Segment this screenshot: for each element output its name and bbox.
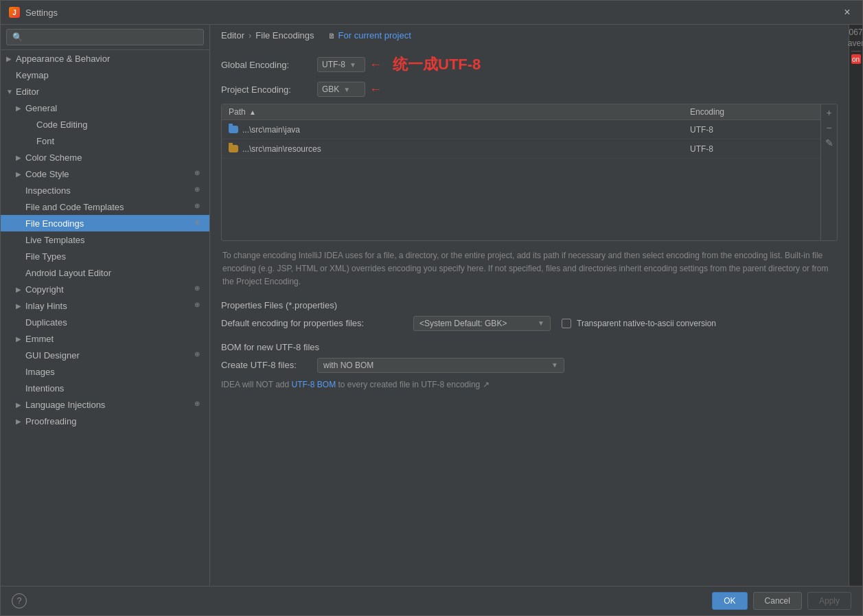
sidebar-item-general[interactable]: ▶ General [1, 100, 209, 116]
sidebar-item-label: GUI Designer [25, 350, 192, 361]
td-encoding: UTF-8 [683, 122, 820, 137]
bom-value: with NO BOM [323, 361, 373, 370]
global-encoding-value: UTF-8 [322, 60, 345, 69]
project-encoding-row: Project Encoding: GBK ▼ ← [221, 82, 838, 97]
arrow-icon: ▶ [16, 401, 24, 409]
sidebar-item-images[interactable]: Images [1, 363, 209, 380]
arrow-icon: ▶ [16, 418, 24, 425]
copy-badge: ⊕ [194, 185, 204, 195]
transparent-checkbox[interactable] [562, 319, 571, 328]
table-inner: Path ▲ Encoding ...\src\main\java [222, 104, 820, 240]
add-button[interactable]: + [822, 106, 836, 119]
sidebar-item-font[interactable]: Font [1, 133, 209, 149]
sidebar-item-label: Appearance & Behavior [16, 54, 204, 64]
sidebar-item-emmet[interactable]: ▶ Emmet [1, 330, 209, 347]
path-header-label: Path [229, 107, 246, 117]
help-button[interactable]: ? [12, 593, 27, 608]
sidebar-item-label: Keymap [16, 70, 204, 80]
chevron-down-icon: ▼ [551, 361, 558, 369]
transparent-checkbox-label: Transparent native-to-ascii conversion [577, 319, 716, 328]
sidebar-item-inspections[interactable]: Inspections ⊕ [1, 182, 209, 198]
path-value: ...\src\main\java [242, 125, 300, 135]
sidebar-item-appearance[interactable]: ▶ Appearance & Behavior [1, 50, 209, 67]
sidebar-item-label: General [25, 103, 204, 113]
copy-badge: ⊕ [194, 218, 204, 228]
folder-icon [229, 145, 238, 152]
sidebar-item-keymap[interactable]: Keymap [1, 67, 209, 83]
global-encoding-dropdown[interactable]: UTF-8 ▼ [317, 57, 365, 72]
td-encoding: UTF-8 [683, 141, 820, 157]
chevron-down-icon: ▼ [538, 319, 544, 327]
project-encoding-label: Project Encoding: [221, 84, 317, 95]
td-path: ...\src\main\resources [222, 141, 683, 157]
sidebar-item-color-scheme[interactable]: ▶ Color Scheme [1, 149, 209, 166]
dialog-title: Settings [25, 8, 840, 18]
sidebar-item-language-injections[interactable]: ▶ Language Injections ⊕ [1, 396, 209, 413]
close-button[interactable]: × [840, 6, 854, 19]
arrow-annotation-2: ← [369, 82, 382, 97]
checkbox-row: Transparent native-to-ascii conversion [562, 319, 716, 328]
sidebar-item-live-templates[interactable]: Live Templates [1, 231, 209, 248]
chevron-down-icon: ▼ [349, 61, 356, 69]
sidebar-item-label: Font [36, 136, 204, 146]
cancel-button[interactable]: Cancel [753, 592, 802, 610]
arrow-icon: ▶ [16, 154, 24, 161]
sidebar-item-label: Intentions [25, 383, 204, 393]
properties-encoding-dropdown[interactable]: <System Default: GBK> ▼ [413, 316, 551, 331]
sidebar-item-code-editing[interactable]: Code Editing [1, 116, 209, 133]
sidebar-item-editor[interactable]: ▼ Editor [1, 83, 209, 100]
sidebar-item-inlay-hints[interactable]: ▶ Inlay Hints ⊕ [1, 297, 209, 314]
sidebar-item-proofreading[interactable]: ▶ Proofreading [1, 413, 209, 429]
sidebar-item-label: Duplicates [25, 317, 204, 328]
sidebar-item-label: Proofreading [25, 416, 204, 426]
apply-button[interactable]: Apply [807, 592, 851, 610]
sidebar-item-label: Code Style [25, 169, 192, 179]
project-encoding-value: GBK [322, 84, 339, 94]
breadcrumb-separator: › [249, 30, 251, 41]
sidebar-item-label: File Encodings [25, 218, 192, 229]
sidebar-item-file-code-templates[interactable]: File and Code Templates ⊕ [1, 198, 209, 215]
footer-left: ? [12, 593, 27, 608]
strip-label-2: aver [848, 38, 862, 48]
copy-badge: ⊕ [194, 284, 204, 294]
sidebar-item-duplicates[interactable]: Duplicates [1, 314, 209, 330]
properties-label: Default encoding for properties files: [221, 318, 413, 328]
project-encoding-dropdown[interactable]: GBK ▼ [317, 82, 365, 97]
sidebar-item-file-types[interactable]: File Types [1, 248, 209, 264]
search-input[interactable] [6, 29, 204, 45]
title-bar: J Settings × [1, 1, 862, 25]
bom-encoding-row: Create UTF-8 files: with NO BOM ▼ [221, 358, 838, 373]
sidebar-item-label: Language Injections [25, 400, 192, 410]
sidebar-item-intentions[interactable]: Intentions [1, 380, 209, 396]
search-box [1, 25, 209, 50]
right-strip: 067 aver on [849, 25, 862, 586]
arrow-icon: ▶ [16, 170, 24, 178]
table-row[interactable]: ...\src\main\resources UTF-8 [222, 139, 820, 159]
annotation-text: 统一成UTF-8 [393, 54, 481, 75]
sidebar-item-android-layout-editor[interactable]: Android Layout Editor [1, 264, 209, 281]
properties-encoding-value: <System Default: GBK> [419, 319, 507, 328]
breadcrumb-current: File Encodings [255, 30, 314, 41]
copy-badge: ⊕ [194, 169, 204, 179]
ok-button[interactable]: OK [712, 592, 747, 610]
sidebar-item-copyright[interactable]: ▶ Copyright ⊕ [1, 281, 209, 297]
sidebar-item-code-style[interactable]: ▶ Code Style ⊕ [1, 166, 209, 182]
remove-button[interactable]: − [822, 121, 836, 135]
table-row[interactable]: ...\src\main\java UTF-8 [222, 120, 820, 139]
arrow-icon: ▼ [6, 88, 14, 95]
sidebar-item-file-encodings[interactable]: File Encodings ⊕ [1, 215, 209, 231]
note-prefix: IDEA will NOT add [221, 380, 291, 389]
edit-button[interactable]: ✎ [822, 136, 836, 150]
main-content: Editor › File Encodings 🗎 For current pr… [210, 25, 849, 586]
sidebar-item-label: Emmet [25, 334, 204, 344]
for-current-project-link[interactable]: For current project [338, 30, 411, 41]
note-suffix: to every created file in UTF-8 encoding … [338, 380, 490, 389]
utf8-bom-link[interactable]: UTF-8 BOM [291, 380, 336, 389]
global-encoding-row: Global Encoding: UTF-8 ▼ ← 统一成UTF-8 [221, 54, 838, 75]
sidebar-item-label: Code Editing [36, 119, 204, 130]
bom-dropdown[interactable]: with NO BOM ▼ [317, 358, 564, 373]
table-actions: + − ✎ [820, 104, 837, 240]
dialog-footer: ? OK Cancel Apply [1, 586, 862, 615]
sidebar-item-gui-designer[interactable]: GUI Designer ⊕ [1, 347, 209, 363]
note-row: IDEA will NOT add UTF-8 BOM to every cre… [221, 380, 838, 389]
